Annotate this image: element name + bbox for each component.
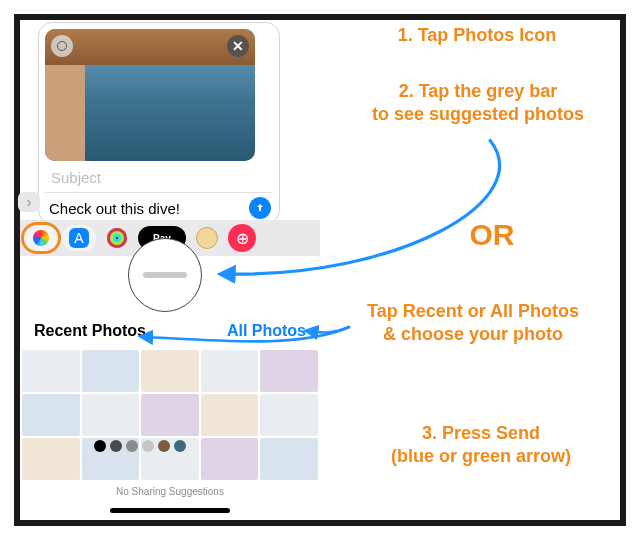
- photo-background: [45, 29, 255, 65]
- thumbnail[interactable]: [82, 394, 140, 436]
- annotation-or: OR: [432, 216, 552, 254]
- activity-rings-icon: [107, 228, 127, 248]
- photo-tabs: Recent Photos All Photos: [20, 322, 320, 340]
- annotation-step-2: 2. Tap the grey barto see suggested phot…: [348, 80, 608, 125]
- remove-attachment-button[interactable]: ✕: [227, 35, 249, 57]
- annotation-step-1: 1. Tap Photos Icon: [352, 24, 602, 47]
- appstore-app-icon[interactable]: A: [62, 225, 96, 251]
- activity-app-icon[interactable]: [100, 225, 134, 251]
- thumbnail[interactable]: [201, 350, 259, 392]
- photos-app-icon[interactable]: [24, 225, 58, 251]
- send-button[interactable]: [249, 197, 271, 219]
- grey-bar-callout: [128, 238, 202, 312]
- more-apps-button[interactable]: ⊕: [228, 224, 256, 252]
- photos-icon: [33, 230, 49, 246]
- tab-recent-photos[interactable]: Recent Photos: [34, 322, 146, 340]
- arrow-up-icon: [254, 202, 266, 214]
- animoji-app-icon[interactable]: [190, 225, 224, 251]
- animoji-icon: [196, 227, 218, 249]
- thumbnail[interactable]: [22, 438, 80, 480]
- drawer-handle-bar[interactable]: [143, 272, 187, 278]
- color-palette-row: [94, 440, 186, 452]
- appstore-icon: A: [69, 228, 89, 248]
- message-compose-card: ✕ Subject Check out this dive!: [38, 22, 280, 224]
- photo-thumbnail-grid: [22, 350, 318, 480]
- no-sharing-suggestions-label: No Sharing Suggestions: [20, 486, 320, 497]
- photo-deck: [45, 65, 85, 161]
- thumbnail[interactable]: [260, 438, 318, 480]
- thumbnail[interactable]: [82, 350, 140, 392]
- attached-photo-thumbnail[interactable]: ✕: [45, 29, 255, 161]
- thumbnail[interactable]: [260, 350, 318, 392]
- home-indicator[interactable]: [110, 508, 230, 513]
- live-photo-icon: [51, 35, 73, 57]
- thumbnail[interactable]: [22, 350, 80, 392]
- collapse-chevron-button[interactable]: ›: [18, 192, 40, 212]
- annotation-step-4: 3. Press Send(blue or green arrow): [356, 422, 606, 467]
- thumbnail[interactable]: [201, 394, 259, 436]
- divider: [45, 192, 273, 193]
- thumbnail[interactable]: [141, 394, 199, 436]
- thumbnail[interactable]: [22, 394, 80, 436]
- annotation-step-3: Tap Recent or All Photos& choose your ph…: [328, 300, 618, 345]
- message-input[interactable]: Check out this dive!: [49, 200, 243, 217]
- thumbnail[interactable]: [141, 350, 199, 392]
- subject-field[interactable]: Subject: [45, 165, 273, 190]
- thumbnail[interactable]: [260, 394, 318, 436]
- tab-all-photos[interactable]: All Photos: [227, 322, 306, 340]
- thumbnail[interactable]: [201, 438, 259, 480]
